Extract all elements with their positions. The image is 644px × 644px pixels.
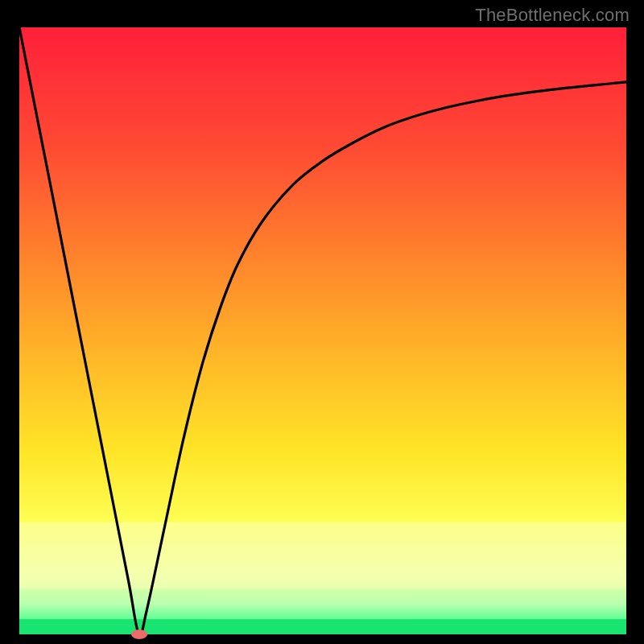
green-band [19, 619, 626, 634]
chart-svg [19, 27, 626, 634]
watermark-text: TheBottleneck.com [475, 5, 630, 26]
optimal-point [131, 630, 147, 639]
pale-yellow-band [19, 522, 626, 589]
chart-frame [19, 27, 626, 634]
